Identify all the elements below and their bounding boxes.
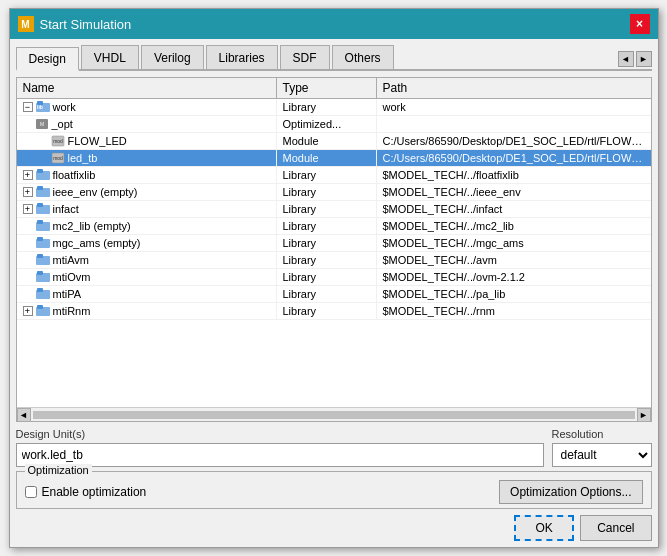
table-row[interactable]: mtiAvm Library $MODEL_TECH/../avm: [17, 252, 651, 269]
row-type: Library: [277, 235, 377, 251]
row-path-ledtb: C:/Users/86590/Desktop/DE1_SOC_LED/rtl/F…: [377, 150, 651, 166]
lib-icon: [36, 237, 50, 249]
table-row[interactable]: − lib work Library work: [17, 99, 651, 116]
ok-button[interactable]: OK: [514, 515, 574, 541]
row-name-mtipa: mtiPA: [17, 286, 277, 302]
tree-toggle[interactable]: +: [23, 170, 33, 180]
table-row[interactable]: mod FLOW_LED Module C:/Users/86590/Deskt…: [17, 133, 651, 150]
cancel-button[interactable]: Cancel: [580, 515, 651, 541]
design-unit-group: Design Unit(s): [16, 428, 544, 467]
enable-optimization-checkbox[interactable]: [25, 486, 37, 498]
svg-text:M: M: [39, 121, 43, 127]
row-label: work: [53, 101, 76, 113]
design-unit-input[interactable]: [16, 443, 544, 467]
scroll-right-btn[interactable]: ►: [636, 51, 652, 67]
resolution-select[interactable]: default ps fs ns us ms: [552, 443, 652, 467]
row-name-mtirnm: + mtiRnm: [17, 303, 277, 319]
row-label: FLOW_LED: [68, 135, 127, 147]
tab-others[interactable]: Others: [332, 45, 394, 69]
library-table: Name Type Path − lib work L: [16, 77, 652, 422]
svg-rect-14: [37, 203, 43, 207]
h-scroll-thumb[interactable]: [33, 411, 635, 419]
table-row-selected[interactable]: mod led_tb Module C:/Users/86590/Desktop…: [17, 150, 651, 167]
app-icon: M: [18, 16, 34, 32]
tab-libraries[interactable]: Libraries: [206, 45, 278, 69]
lib-icon: [36, 186, 50, 198]
tree-toggle[interactable]: +: [23, 204, 33, 214]
row-path-flowled: C:/Users/86590/Desktop/DE1_SOC_LED/rtl/F…: [377, 133, 651, 149]
row-name-mgcams: mgc_ams (empty): [17, 235, 277, 251]
row-type: Library: [277, 303, 377, 319]
row-label: mgc_ams (empty): [53, 237, 141, 249]
svg-rect-12: [37, 186, 43, 190]
close-button[interactable]: ×: [630, 14, 650, 34]
opt-icon: M: [35, 118, 49, 130]
h-scroll-right[interactable]: ►: [637, 408, 651, 422]
lib-icon: [36, 305, 50, 317]
tree-toggle[interactable]: +: [23, 306, 33, 316]
table-row[interactable]: M _opt Optimized...: [17, 116, 651, 133]
optimization-inner: Enable optimization Optimization Options…: [25, 476, 643, 504]
row-path: $MODEL_TECH/../avm: [377, 252, 651, 268]
row-label: mtiRnm: [53, 305, 91, 317]
row-label: led_tb: [68, 152, 98, 164]
table-header: Name Type Path: [17, 78, 651, 99]
row-path: $MODEL_TECH/../mgc_ams: [377, 235, 651, 251]
row-type: Library: [277, 286, 377, 302]
svg-rect-26: [37, 305, 43, 309]
row-type: Library: [277, 184, 377, 200]
horizontal-scrollbar[interactable]: ◄ ►: [17, 407, 651, 421]
col-type[interactable]: Type: [277, 78, 377, 98]
lib-icon-work: lib: [36, 101, 50, 113]
resolution-group: Resolution default ps fs ns us ms: [552, 428, 652, 467]
buttons-row: OK Cancel: [16, 513, 652, 541]
row-name-mtiovm: mtiOvm: [17, 269, 277, 285]
optimization-legend: Optimization: [25, 464, 92, 476]
title-bar-left: M Start Simulation: [18, 16, 132, 32]
row-name-work: − lib work: [17, 99, 277, 115]
enable-optimization-text: Enable optimization: [42, 485, 147, 499]
tab-vhdl[interactable]: VHDL: [81, 45, 139, 69]
row-name-mtiavm: mtiAvm: [17, 252, 277, 268]
row-type-flowled: Module: [277, 133, 377, 149]
table-row[interactable]: + infact Library $MODEL_TECH/../infact: [17, 201, 651, 218]
col-name[interactable]: Name: [17, 78, 277, 98]
tree-toggle-work[interactable]: −: [23, 102, 33, 112]
lib-icon: [36, 220, 50, 232]
table-row[interactable]: + ieee_env (empty) Library $MODEL_TECH/.…: [17, 184, 651, 201]
optimization-options-button[interactable]: Optimization Options...: [499, 480, 642, 504]
row-name-flowled: mod FLOW_LED: [17, 133, 277, 149]
table-row[interactable]: mtiOvm Library $MODEL_TECH/../ovm-2.1.2: [17, 269, 651, 286]
row-name-ieee: + ieee_env (empty): [17, 184, 277, 200]
tabs-container: Design VHDL Verilog Libraries SDF Others…: [16, 45, 652, 71]
row-type: Library: [277, 218, 377, 234]
row-name-mc2lib: mc2_lib (empty): [17, 218, 277, 234]
row-label: _opt: [52, 118, 73, 130]
tab-design[interactable]: Design: [16, 47, 79, 71]
tree-toggle[interactable]: +: [23, 187, 33, 197]
tabs-scroll: ◄ ►: [618, 51, 652, 67]
tab-sdf[interactable]: SDF: [280, 45, 330, 69]
row-type: Library: [277, 167, 377, 183]
table-body[interactable]: − lib work Library work M: [17, 99, 651, 407]
table-row[interactable]: mgc_ams (empty) Library $MODEL_TECH/../m…: [17, 235, 651, 252]
row-name-infact: + infact: [17, 201, 277, 217]
table-row[interactable]: mc2_lib (empty) Library $MODEL_TECH/../m…: [17, 218, 651, 235]
row-type-work: Library: [277, 99, 377, 115]
tab-verilog[interactable]: Verilog: [141, 45, 204, 69]
row-type: Library: [277, 252, 377, 268]
row-path: $MODEL_TECH/../mc2_lib: [377, 218, 651, 234]
svg-rect-10: [37, 169, 43, 173]
scroll-left-btn[interactable]: ◄: [618, 51, 634, 67]
col-path[interactable]: Path: [377, 78, 651, 98]
table-row[interactable]: + mtiRnm Library $MODEL_TECH/../rnm: [17, 303, 651, 320]
lib-icon: [36, 254, 50, 266]
table-row[interactable]: + floatfixlib Library $MODEL_TECH/../flo…: [17, 167, 651, 184]
svg-text:mod: mod: [53, 155, 63, 161]
svg-rect-24: [37, 288, 43, 292]
table-row[interactable]: mtiPA Library $MODEL_TECH/../pa_lib: [17, 286, 651, 303]
lib-icon: [36, 169, 50, 181]
enable-optimization-label[interactable]: Enable optimization: [25, 485, 147, 499]
h-scroll-left[interactable]: ◄: [17, 408, 31, 422]
svg-text:lib: lib: [37, 104, 43, 110]
